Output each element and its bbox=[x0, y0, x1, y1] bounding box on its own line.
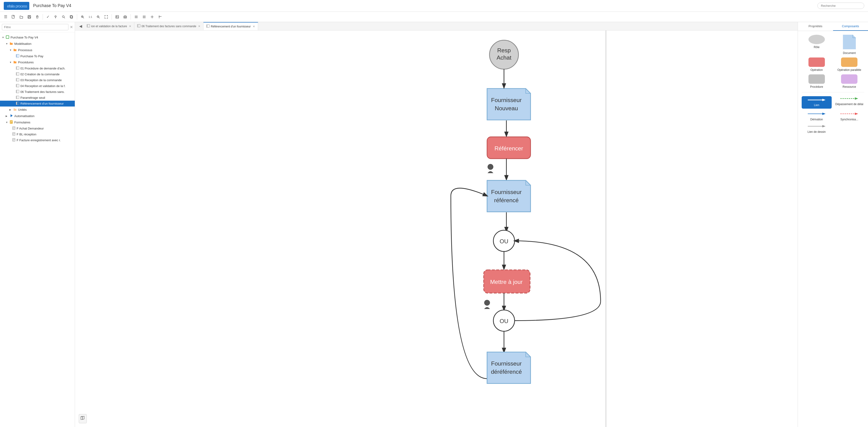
layout3-button[interactable] bbox=[149, 14, 156, 20]
svg-text:déréférencé: déréférencé bbox=[491, 369, 522, 375]
sidebar-item-form1[interactable]: F Achat Demandeur bbox=[0, 125, 75, 132]
tree-label-procref: Référencement d'un fournisseur bbox=[21, 102, 64, 105]
new-button[interactable] bbox=[10, 14, 17, 20]
layout4-button[interactable] bbox=[157, 14, 164, 20]
node-fournisseur-dereference[interactable] bbox=[487, 352, 530, 383]
sidebar-item-proc04[interactable]: 04 Reception et validation de la f. bbox=[0, 83, 75, 89]
comp-shape-lien bbox=[807, 98, 826, 103]
tab-tab1[interactable]: ion et validation de la facture✕ bbox=[84, 22, 134, 30]
tabs-scroll-left[interactable]: ◀ bbox=[78, 24, 84, 28]
toggle-processus[interactable]: ▼ bbox=[9, 49, 12, 51]
sidebar-item-form3[interactable]: F Facture enregistrement avec r. bbox=[0, 137, 75, 143]
svg-rect-35 bbox=[16, 73, 17, 75]
zoom-actual-button[interactable]: 1:1 bbox=[87, 14, 94, 20]
svg-marker-92 bbox=[83, 416, 84, 420]
tab-tab3[interactable]: Référencement d'un fournisseur✕ bbox=[204, 22, 258, 30]
svg-rect-2 bbox=[29, 16, 30, 17]
tab-close-tab2[interactable]: ✕ bbox=[198, 25, 200, 28]
layout2-button[interactable] bbox=[141, 14, 148, 20]
toggle-automatisation[interactable]: ▶ bbox=[6, 115, 8, 117]
sidebar-item-procref[interactable]: Référencement d'un fournisseur bbox=[0, 101, 75, 107]
search-input[interactable] bbox=[817, 3, 864, 9]
sidebar-item-root[interactable]: ▼Purchase To Pay V4 bbox=[0, 34, 75, 40]
zoom-in-button[interactable] bbox=[79, 14, 86, 20]
component-operation-parallele[interactable]: Opération parallèle bbox=[835, 57, 865, 72]
component-derivation[interactable]: Dérivation bbox=[802, 111, 832, 121]
component-ressource[interactable]: Ressource bbox=[835, 75, 865, 88]
tab-close-tab3[interactable]: ✕ bbox=[253, 25, 255, 28]
sidebar-item-proc02[interactable]: 02 Création de la commande bbox=[0, 71, 75, 77]
fullscreen-button[interactable] bbox=[103, 14, 110, 20]
sidebar-item-proc06[interactable]: 06 Traitement des factures sans. bbox=[0, 89, 75, 95]
diagram-area[interactable]: Resp Achat Fournisseur Nouveau Référence… bbox=[75, 30, 798, 427]
svg-text:Référencer: Référencer bbox=[495, 145, 523, 151]
comp-label-derivation: Dérivation bbox=[810, 118, 823, 121]
map-icon-button[interactable] bbox=[79, 414, 87, 423]
tree-label-proc02: 02 Création de la commande bbox=[21, 73, 60, 76]
svg-rect-68 bbox=[207, 25, 208, 27]
zoom-out-button[interactable] bbox=[95, 14, 102, 20]
svg-text:Fournisseur: Fournisseur bbox=[491, 97, 522, 103]
sidebar-item-proc03[interactable]: 03 Reception de la commande bbox=[0, 77, 75, 83]
sidebar-item-procparam[interactable]: Paramétrage seuil bbox=[0, 95, 75, 101]
filter-clear-button[interactable]: ✕ bbox=[70, 25, 73, 29]
component-lien[interactable]: Lien bbox=[802, 96, 832, 109]
toggle-procedures[interactable]: ▼ bbox=[9, 61, 12, 64]
toggle-unites[interactable]: ▶ bbox=[9, 108, 12, 111]
svg-text:Mettre à jour: Mettre à jour bbox=[490, 279, 523, 285]
svg-text:Resp: Resp bbox=[497, 47, 511, 54]
validate-button[interactable]: ✓ bbox=[45, 13, 51, 20]
sidebar-item-procedures[interactable]: ▼Procédures bbox=[0, 59, 75, 65]
comp-label-operation-parallele: Opération parallèle bbox=[838, 68, 861, 72]
svg-rect-31 bbox=[16, 54, 17, 57]
svg-marker-98 bbox=[855, 97, 858, 100]
pin-button[interactable] bbox=[52, 14, 59, 20]
comp-label-dessin: Lien de dessin bbox=[808, 130, 826, 134]
svg-marker-96 bbox=[822, 99, 826, 101]
sidebar-item-automatisation[interactable]: ▶Automatisation bbox=[0, 113, 75, 119]
sidebar-item-unites[interactable]: ▶Unités bbox=[0, 107, 75, 113]
sidebar-item-purchasetopay[interactable]: Purchase To Pay bbox=[0, 53, 75, 59]
comp-label-synchro: Synchronisa... bbox=[840, 118, 858, 121]
sidebar-item-form2[interactable]: F BL réception bbox=[0, 132, 75, 137]
svg-marker-46 bbox=[10, 114, 13, 117]
tab-close-tab1[interactable]: ✕ bbox=[129, 25, 131, 28]
open-button[interactable] bbox=[18, 14, 25, 20]
right-tab-composants[interactable]: Composants bbox=[833, 22, 868, 31]
node-fournisseur-reference[interactable] bbox=[487, 180, 530, 212]
copy-button[interactable] bbox=[68, 14, 75, 20]
delete-button[interactable] bbox=[34, 14, 41, 20]
sidebar-item-proc01[interactable]: 01 Procédure de demande d'ach. bbox=[0, 65, 75, 71]
screenshot-button[interactable] bbox=[122, 14, 129, 20]
node-fournisseur-nouveau[interactable] bbox=[487, 88, 530, 120]
comp-shape-ressource bbox=[841, 75, 858, 84]
component-document[interactable]: Document bbox=[835, 35, 865, 55]
search-button[interactable] bbox=[60, 14, 67, 20]
export-image-button[interactable] bbox=[114, 14, 121, 20]
layout1-button[interactable] bbox=[133, 14, 140, 20]
sidebar-item-processus[interactable]: ▼Processus bbox=[0, 47, 75, 53]
toggle-formulaires[interactable]: ▼ bbox=[6, 121, 8, 124]
component-procedure[interactable]: Procédure bbox=[802, 75, 832, 88]
component-depassement[interactable]: Dépassement de délai bbox=[835, 96, 865, 109]
toggle-modelisation[interactable]: ▼ bbox=[6, 42, 8, 45]
sidebar-item-modelisation[interactable]: ▼Modélisation bbox=[0, 40, 75, 47]
menu-button[interactable]: ☰ bbox=[2, 13, 9, 20]
component-role[interactable]: Rôle bbox=[802, 35, 832, 55]
comp-shape-procedure bbox=[808, 75, 825, 84]
sidebar-item-formulaires[interactable]: ▼Formulaires bbox=[0, 119, 75, 125]
component-synchro[interactable]: Synchronisa... bbox=[835, 111, 865, 121]
component-operation[interactable]: Opération bbox=[802, 57, 832, 72]
toggle-root[interactable]: ▼ bbox=[2, 36, 5, 39]
save-button[interactable] bbox=[26, 14, 33, 20]
tree-icon-proc01 bbox=[16, 66, 19, 70]
comp-shape-role bbox=[808, 35, 825, 44]
svg-line-7 bbox=[64, 17, 65, 18]
component-dessin[interactable]: Lien de dessin bbox=[802, 124, 832, 134]
logo-text: efalia bbox=[7, 4, 14, 8]
tab-tab2[interactable]: 06 Traitement des factures sans commande… bbox=[134, 22, 204, 30]
svg-rect-37 bbox=[16, 78, 17, 81]
right-tab-proprietes[interactable]: Propriétés bbox=[798, 22, 833, 31]
svg-marker-104 bbox=[822, 125, 826, 127]
filter-input[interactable] bbox=[2, 24, 68, 30]
